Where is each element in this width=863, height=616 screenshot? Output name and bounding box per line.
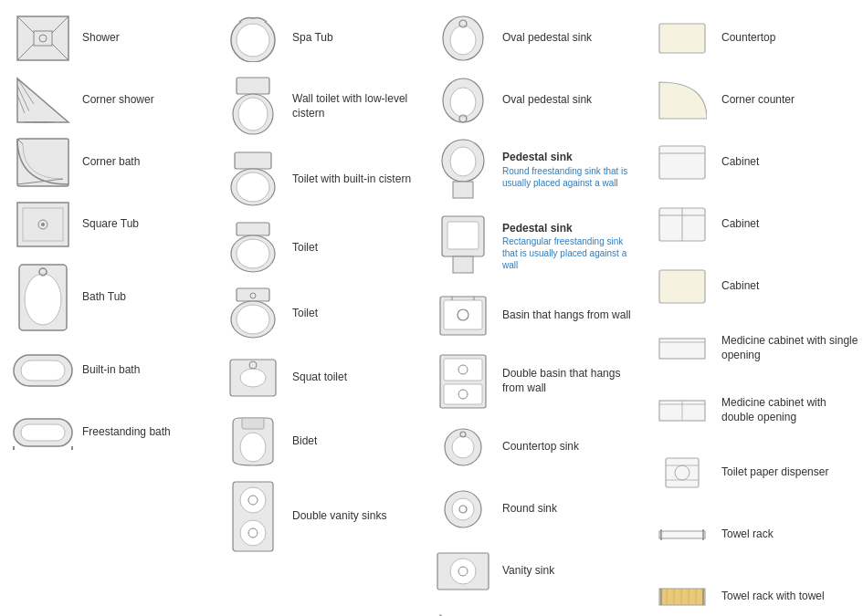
- list-item: Cabinet: [648, 195, 863, 254]
- medicine-double-label: Medicine cabinet with double opening: [721, 396, 861, 424]
- built-in-bath-icon: [11, 345, 75, 396]
- list-item: Double vanity sinks: [219, 476, 420, 557]
- corner-counter-icon: [650, 75, 714, 126]
- svg-point-39: [237, 239, 269, 268]
- list-item: Oval pedestal sink: [429, 71, 639, 130]
- towel-rack-towel-icon: [650, 571, 714, 616]
- toilet-builtin-icon: [221, 150, 285, 210]
- svg-point-19: [41, 223, 45, 226]
- svg-rect-74: [444, 384, 482, 404]
- list-item: Freestanding bath: [9, 403, 210, 462]
- bath-tub-icon: [11, 261, 75, 334]
- list-item: Countertop: [648, 9, 863, 68]
- list-item: Toilet paper dispenser: [648, 444, 863, 502]
- tp-dispenser-icon: [650, 447, 714, 498]
- svg-point-58: [450, 88, 476, 117]
- list-item: Cabinet: [648, 257, 863, 316]
- list-item: Countertop sink: [429, 418, 639, 476]
- vanity-sink-label: Vanity sink: [502, 564, 637, 579]
- corner-bath-label: Corner bath: [82, 155, 208, 170]
- list-item: Toilet: [219, 217, 420, 279]
- corner-shower-label: Corner shower: [82, 93, 208, 108]
- double-basin-icon: [431, 352, 495, 411]
- round-sink-label: Round sink: [502, 502, 637, 517]
- pedestal-round-label: Pedestal sink Round freestanding sink th…: [502, 151, 637, 189]
- pedestal-round-icon: [431, 137, 495, 203]
- svg-point-55: [450, 26, 476, 55]
- svg-rect-62: [453, 182, 473, 198]
- svg-point-36: [237, 172, 269, 202]
- squat-toilet-label: Squat toilet: [292, 371, 418, 385]
- corner-bath-icon: [11, 137, 75, 188]
- list-item: Double basin that hangs from wall: [429, 349, 639, 414]
- list-item: Square Tub: [9, 195, 210, 254]
- svg-point-46: [249, 361, 257, 369]
- list-item: Corner shower: [9, 71, 210, 130]
- double-vanity-icon: [221, 480, 285, 553]
- svg-rect-115: [659, 589, 705, 605]
- svg-rect-64: [447, 222, 479, 249]
- cabinet2-label: Cabinet: [721, 217, 861, 232]
- list-item: Round sink: [429, 480, 639, 538]
- cabinet1-icon: [650, 137, 714, 188]
- built-in-bath-label: Built-in bath: [82, 363, 208, 378]
- toilet1-icon: [221, 221, 285, 276]
- countertop-sink-label: Countertop sink: [502, 440, 637, 454]
- svg-rect-34: [235, 152, 271, 169]
- svg-point-21: [25, 274, 61, 325]
- cabinet2-icon: [650, 199, 714, 250]
- svg-rect-26: [21, 424, 65, 441]
- list-item: Wall toilet with low-level cistern: [219, 71, 420, 142]
- svg-rect-72: [444, 359, 482, 381]
- toilet2-label: Toilet: [292, 307, 418, 321]
- oval-pedestal1-label: Oval pedestal sink: [502, 31, 637, 46]
- list-item: Bath Tub: [9, 257, 210, 338]
- bath-tub-label: Bath Tub: [82, 290, 208, 305]
- corner-counter-label: Corner counter: [721, 93, 861, 108]
- svg-rect-0: [17, 16, 68, 60]
- col2: Spa Tub Wall toilet with low-level ciste…: [215, 9, 425, 616]
- basin-wall-icon: [431, 290, 495, 341]
- double-vanity-label: Double vanity sinks: [292, 509, 418, 524]
- countertop-icon: [650, 13, 714, 64]
- shower-icon: [11, 13, 75, 64]
- svg-point-33: [238, 98, 268, 131]
- medicine-single-icon: [650, 323, 714, 374]
- towel-rack-label: Towel rack: [721, 527, 861, 542]
- list-item: Spa Tub: [219, 9, 420, 68]
- svg-rect-24: [21, 360, 65, 381]
- svg-rect-108: [666, 458, 699, 487]
- list-item: Cabinet: [648, 133, 863, 192]
- svg-rect-102: [659, 270, 705, 303]
- list-item: Pedestal sink Round freestanding sink th…: [429, 133, 639, 206]
- countertop-sink-icon: [431, 422, 495, 473]
- svg-point-30: [237, 24, 269, 57]
- svg-rect-48: [242, 418, 264, 429]
- svg-rect-37: [237, 223, 269, 235]
- svg-point-80: [452, 498, 474, 520]
- cabinet1-label: Cabinet: [721, 155, 861, 170]
- list-item: Squat toilet: [219, 349, 420, 407]
- pedestal-rect-icon: [431, 214, 495, 279]
- list-item: Towel rack with towel: [648, 568, 863, 616]
- svg-rect-112: [659, 531, 705, 538]
- spa-tub-icon: [221, 13, 285, 64]
- corner-shower-icon: [11, 75, 75, 126]
- towel-rack-icon: [650, 509, 714, 560]
- toilet1-label: Toilet: [292, 241, 418, 256]
- freestanding-bath-icon: [11, 407, 75, 458]
- list-item: Medicine cabinet with double opening: [648, 381, 863, 440]
- list-item: Toilet: [219, 283, 420, 345]
- oval-pedestal2-label: Oval pedestal sink: [502, 93, 637, 108]
- freestanding-bath-label: Freestanding bath: [82, 425, 208, 440]
- list-item: Toilet with built-in cistern: [219, 146, 420, 214]
- wall-toilet-icon: [221, 75, 285, 139]
- list-item: Oval pedestal sink: [429, 9, 639, 68]
- svg-point-47: [240, 433, 266, 462]
- svg-rect-97: [659, 146, 705, 179]
- countertop-label: Countertop: [721, 31, 861, 46]
- cabinet3-label: Cabinet: [721, 279, 861, 294]
- oval-pedestal1-icon: [431, 13, 495, 64]
- towel-rack-towel-label: Towel rack with towel: [721, 590, 861, 604]
- svg-point-45: [240, 369, 266, 387]
